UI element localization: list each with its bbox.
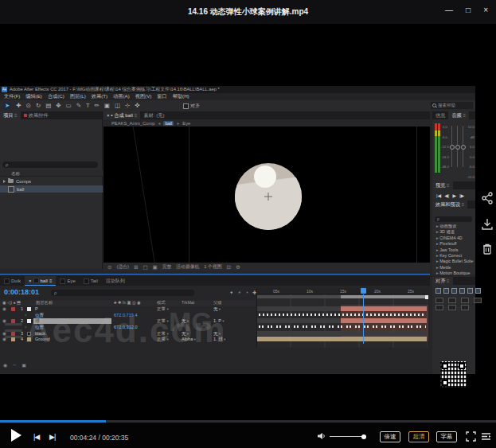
video-surface[interactable]: Ae Adobe After Effects CC 2017 - F:\MG动画… <box>0 24 496 420</box>
window-controls: — □ × <box>445 6 488 14</box>
quality-button[interactable]: 超清 <box>408 431 429 442</box>
timeline-panel: Duik ×ball ≡ Eye Tail 渲染队列 0:00:18:01 ρ … <box>0 274 430 374</box>
tab-audio: 音频 ≡ <box>448 111 469 119</box>
minimize-icon[interactable]: — <box>445 6 453 14</box>
distribute-icon <box>448 298 456 303</box>
toggle-switches-icon: ↔ <box>12 362 17 368</box>
ball-artwork <box>232 161 304 232</box>
align-vcenter-icon <box>467 288 473 294</box>
effect-controls-icon <box>24 114 27 117</box>
trkmat-value: 无 <box>182 318 189 324</box>
mode-value: 正常 <box>157 337 169 342</box>
align-panel: 对齐 ≡ <box>432 277 475 374</box>
distribute-icon <box>435 305 443 310</box>
stopwatch-icon: ◔ <box>24 325 26 330</box>
comp-tab-icon <box>4 279 10 284</box>
breadcrumb-current-comp: ball <box>163 121 174 126</box>
playlist-icon[interactable] <box>481 432 491 441</box>
preview-panel-tab: 预览 ≡ <box>432 181 475 189</box>
composition-panel: × ▪ 合成 ball ≡ 素材: (无) PEAKS_Anim_Comp ◂ … <box>103 111 430 271</box>
timeline-tab-render-queue: 渲染队列 <box>102 276 129 286</box>
tab-footage: 素材: (无) <box>140 111 167 119</box>
audio-meter-left <box>435 123 437 173</box>
align-right-icon <box>451 288 457 294</box>
volume-slider-handle[interactable] <box>361 434 366 439</box>
stamp-tool-icon: ▣ <box>104 102 110 110</box>
trash-icon[interactable] <box>480 242 494 256</box>
fullscreen-icon[interactable] <box>466 431 476 442</box>
play-button[interactable] <box>11 429 21 442</box>
maximize-icon[interactable]: □ <box>466 6 471 14</box>
volume-icon[interactable] <box>317 432 326 440</box>
share-icon[interactable] <box>480 191 494 205</box>
distribute-buttons-row-2 <box>435 305 469 310</box>
comp-tab-icon <box>60 279 65 284</box>
pan-behind-tool-icon: ✥ <box>56 102 61 110</box>
next-episode-button[interactable]: ▶| <box>49 433 55 441</box>
volume-slider[interactable] <box>330 436 365 437</box>
prev-frame-icon: ◀| <box>444 193 449 198</box>
selection-tool-icon: ➤ <box>3 102 11 110</box>
layer-duration-bar-tan <box>257 337 427 341</box>
resolution-value: 完整 <box>162 263 172 271</box>
eraser-tool-icon: ◫ <box>115 102 120 110</box>
audio-slider-right <box>463 126 463 167</box>
mode-value: 正常 <box>157 306 169 312</box>
audio-meter-scale: 0.0-6.0 -12.0-24.0 -48.0 <box>441 123 447 173</box>
download-icon[interactable] <box>480 217 494 232</box>
subtitle-button[interactable]: 字幕 <box>436 431 457 442</box>
ruler-tick-label: 25s <box>408 289 414 294</box>
label-color-chip <box>11 319 15 323</box>
previous-episode-button[interactable]: |◀ <box>33 433 39 441</box>
comp-edge-guide-right <box>416 127 417 263</box>
pixel-aspect-icon: ⊡ <box>227 264 231 271</box>
tab-info: 信息 <box>432 111 448 119</box>
composition-viewport <box>103 127 430 263</box>
ae-title-text: Adobe After Effects CC 2017 - F:\MG动画课程\… <box>10 86 220 93</box>
layer-duration-bar <box>257 331 427 336</box>
layer-name: Ground <box>35 337 50 342</box>
effects-category: 动画预设 <box>432 224 475 229</box>
project-panel-tabs: 项目 ≡ 效果控件 <box>0 111 102 119</box>
hand-tool-icon: ✚ <box>16 102 21 110</box>
composition-panel-tabs: × ▪ 合成 ball ≡ 素材: (无) <box>103 111 430 119</box>
audio-slider-both <box>457 126 458 167</box>
close-icon[interactable]: × <box>483 6 488 14</box>
layer-number: 4 <box>21 337 23 342</box>
info-audio-tabs: 信息 音频 ≡ <box>432 111 475 119</box>
menu-window: 窗口 <box>157 93 166 100</box>
rotobrush-tool-icon: ⊹ <box>125 102 130 110</box>
eye-icon: ◉ <box>2 306 6 312</box>
timeline-tab-tail: Tail <box>80 276 102 286</box>
ae-titlebar: Ae Adobe After Effects CC 2017 - F:\MG动画… <box>0 86 475 93</box>
solid-layer-icon <box>27 332 31 336</box>
snapshot-icon: ▣ <box>153 264 158 271</box>
timeline-track-area: 05s 10s 15s 20s 25s <box>256 288 428 348</box>
snapping-label: 对齐 <box>190 103 200 110</box>
parent-value: 无 <box>213 306 221 312</box>
playback-speed-button[interactable]: 倍速 <box>380 431 400 442</box>
ruler-tick-label: 15s <box>340 289 346 294</box>
zoom-tool-icon: ⊙ <box>26 102 31 110</box>
ruler-tick-label: 10s <box>307 289 313 294</box>
menu-effect: 效果(T) <box>92 93 107 100</box>
right-panel-column: 信息 音频 ≡ 0.0-6.0 -12.0-24.0 -48.0 12. <box>432 111 475 275</box>
keyframes-track <box>259 325 426 328</box>
distribute-icon <box>435 298 443 303</box>
property-name: 位置 <box>35 313 44 318</box>
snapping-toggle: 对齐 <box>183 103 200 110</box>
draft-3d-icon: ⚡ <box>237 290 241 296</box>
comp-tab-icon <box>33 278 39 283</box>
timeline-tab-eye: Eye <box>56 276 79 286</box>
search-help-box: 搜索帮助 <box>431 102 473 109</box>
layer-row-3: ◉ 3 black 正常 无 无 <box>0 331 256 337</box>
search-help-label: 搜索帮助 <box>438 103 455 108</box>
play-icon: ▶ <box>452 193 456 198</box>
layer-row-1: ◉ 1 P 正常 无 <box>0 306 256 312</box>
view-layout-value: 1 个视图 <box>204 263 221 271</box>
magnification-value: (适合) <box>116 263 128 271</box>
composition-name: ball <box>17 187 24 192</box>
distribute-icon <box>461 305 469 310</box>
tab-preview: 预览 ≡ <box>432 181 453 189</box>
effects-category: 3D 通道 <box>432 229 475 235</box>
